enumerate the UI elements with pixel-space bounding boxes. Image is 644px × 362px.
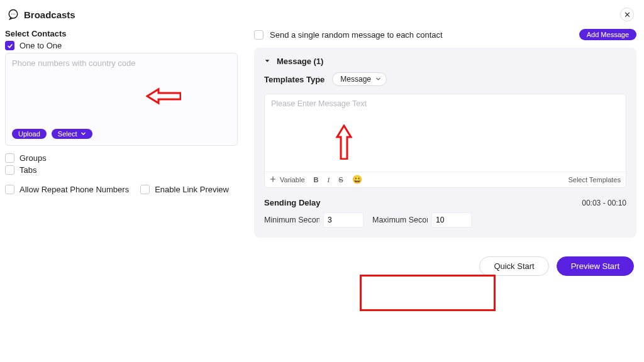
min-seconds-label: Minimum Seconds: [264, 216, 319, 224]
phone-numbers-box: Upload Select: [5, 53, 238, 146]
upload-button[interactable]: Upload: [12, 129, 47, 139]
select-dropdown-button[interactable]: Select: [52, 129, 93, 139]
svg-point-2: [13, 14, 13, 14]
min-seconds-input[interactable]: [323, 212, 364, 228]
select-templates-link[interactable]: Select Templates: [568, 176, 621, 184]
enable-link-label: Enable Link Preview: [155, 185, 229, 194]
allow-repeat-label: Allow Repeat Phone Numbers: [19, 185, 129, 194]
strike-button[interactable]: S: [338, 176, 343, 184]
random-message-label: Send a single random message to each con…: [270, 30, 443, 40]
select-contacts-heading: Select Contacts: [5, 29, 238, 38]
caret-down-icon: [264, 57, 270, 66]
insert-variable-button[interactable]: Variable: [270, 176, 305, 184]
emoji-button[interactable]: 😀: [352, 175, 362, 185]
svg-point-3: [14, 14, 15, 14]
phone-numbers-input[interactable]: [12, 58, 231, 121]
annotation-rectangle: [360, 275, 496, 311]
sending-delay-label: Sending Delay: [264, 198, 321, 207]
add-message-button[interactable]: Add Message: [579, 29, 636, 40]
italic-button[interactable]: I: [328, 176, 330, 184]
message-header-label: Message (1): [277, 57, 323, 66]
chevron-down-icon: [375, 75, 381, 84]
tabs-checkbox[interactable]: [5, 165, 14, 175]
collapse-toggle[interactable]: [264, 57, 270, 66]
quick-start-button[interactable]: Quick Start: [479, 256, 548, 276]
message-editor: Variable B I S 😀 Select Templates: [264, 94, 626, 188]
templates-type-select[interactable]: Message: [332, 72, 387, 86]
max-seconds-label: Maximum Seconds: [372, 216, 428, 224]
chat-bubble-icon: [8, 9, 19, 20]
allow-repeat-checkbox[interactable]: [5, 185, 14, 194]
message-card: Message (1) Templates Type Message: [254, 48, 636, 238]
groups-label: Groups: [19, 153, 47, 163]
random-message-checkbox[interactable]: [254, 30, 264, 40]
plus-icon: [270, 176, 276, 184]
templates-type-label: Templates Type: [264, 75, 325, 84]
one-to-one-checkbox[interactable]: [5, 41, 14, 50]
message-textarea[interactable]: [265, 94, 626, 170]
close-button[interactable]: ✕: [620, 8, 634, 21]
tabs-label: Tabs: [19, 165, 36, 175]
templates-type-value: Message: [340, 75, 371, 84]
bold-button[interactable]: B: [314, 176, 319, 184]
max-seconds-input[interactable]: [431, 212, 472, 228]
close-icon: ✕: [624, 10, 631, 19]
delay-range: 00:03 - 00:10: [582, 199, 626, 207]
page-title: Broadcasts: [24, 9, 75, 20]
preview-start-button[interactable]: Preview Start: [557, 256, 634, 276]
emoji-icon: 😀: [352, 175, 362, 184]
groups-checkbox[interactable]: [5, 153, 14, 163]
enable-link-checkbox[interactable]: [140, 185, 150, 194]
svg-point-1: [11, 14, 12, 14]
one-to-one-label: One to One: [19, 41, 62, 50]
chevron-down-icon: [79, 130, 86, 138]
